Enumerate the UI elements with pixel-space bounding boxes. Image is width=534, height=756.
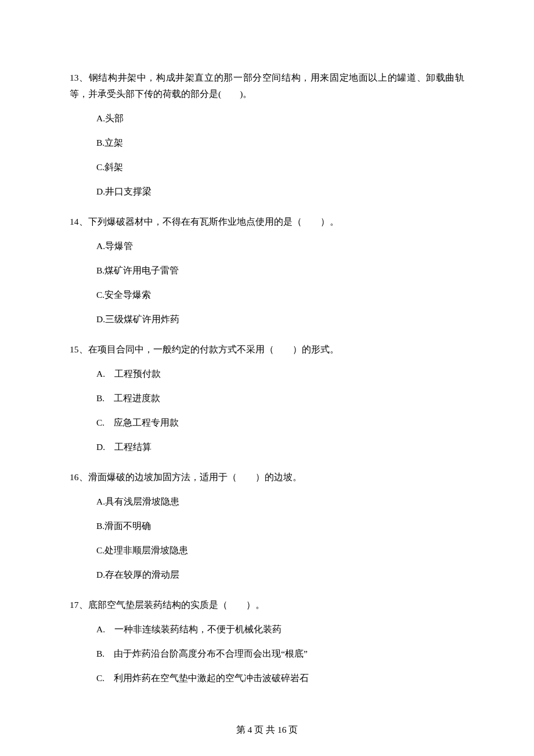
- q16-option-d: D.存在较厚的滑动层: [96, 567, 464, 583]
- page-footer: 第 4 页 共 16 页: [0, 724, 534, 736]
- q13-option-d: D.井口支撑梁: [96, 183, 464, 200]
- q14-option-c: C.安全导爆索: [96, 287, 464, 303]
- q13-option-c: C.斜架: [96, 159, 464, 175]
- question-14-text: 14、下列爆破器材中，不得在有瓦斯作业地点使用的是（ ）。: [70, 214, 464, 230]
- q15-option-a: A. 工程预付款: [96, 366, 464, 382]
- question-17-text: 17、底部空气垫层装药结构的实质是（ ）。: [70, 597, 464, 613]
- question-13-text: 13、钢结构井架中，构成井架直立的那一部分空间结构，用来固定地面以上的罐道、卸载…: [70, 70, 464, 102]
- q16-option-c: C.处理非顺层滑坡隐患: [96, 542, 464, 559]
- q15-option-d: D. 工程结算: [96, 439, 464, 455]
- q13-option-a: A.头部: [96, 110, 464, 127]
- question-15-text: 15、在项目合同中，一般约定的付款方式不采用（ ）的形式。: [70, 341, 464, 358]
- q17-option-b: B. 由于炸药沿台阶高度分布不合理而会出现“根底”: [96, 646, 464, 662]
- q15-option-c: C. 应急工程专用款: [96, 415, 464, 431]
- q17-option-a: A. 一种非连续装药结构，不便于机械化装药: [96, 621, 464, 638]
- q16-option-b: B.滑面不明确: [96, 518, 464, 534]
- q17-option-c: C. 利用炸药在空气垫中激起的空气冲击波破碎岩石: [96, 670, 464, 686]
- exam-page: 13、钢结构井架中，构成井架直立的那一部分空间结构，用来固定地面以上的罐道、卸载…: [0, 0, 534, 756]
- q14-option-d: D.三级煤矿许用炸药: [96, 311, 464, 327]
- q14-option-a: A.导爆管: [96, 238, 464, 254]
- q14-option-b: B.煤矿许用电子雷管: [96, 262, 464, 279]
- q13-option-b: B.立架: [96, 135, 464, 151]
- q15-option-b: B. 工程进度款: [96, 390, 464, 406]
- question-16-text: 16、滑面爆破的边坡加固方法，适用于（ ）的边坡。: [70, 469, 464, 485]
- q16-option-a: A.具有浅层滑坡隐患: [96, 494, 464, 510]
